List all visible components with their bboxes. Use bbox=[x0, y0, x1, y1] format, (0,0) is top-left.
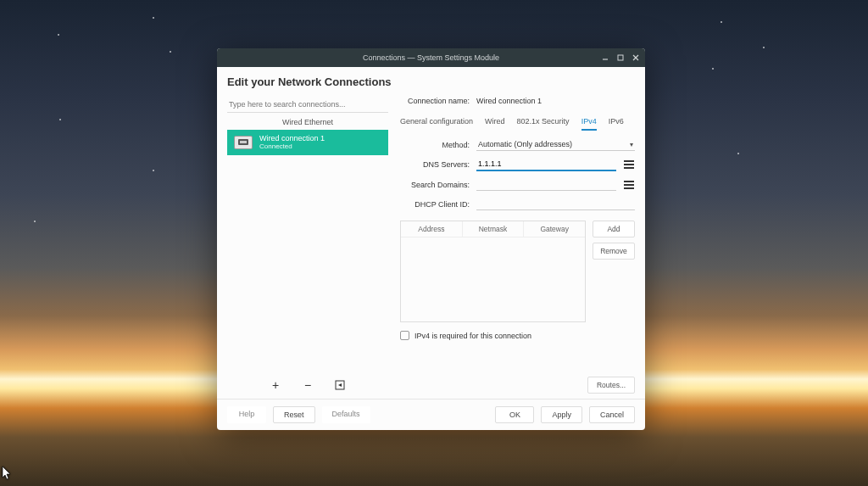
export-connection-button[interactable] bbox=[333, 378, 347, 392]
method-label: Method: bbox=[400, 141, 476, 149]
ok-button[interactable]: OK bbox=[495, 406, 534, 423]
minimize-icon[interactable] bbox=[601, 53, 609, 62]
dns-label: DNS Servers: bbox=[400, 160, 476, 169]
window-title: Connections — System Settings Module bbox=[363, 53, 499, 62]
chevron-down-icon: ▾ bbox=[630, 141, 633, 148]
dhcp-client-id-input[interactable] bbox=[476, 198, 635, 210]
connection-name-label: Connection name: bbox=[400, 97, 476, 105]
search-edit-list-icon[interactable] bbox=[623, 179, 635, 191]
routes-button[interactable]: Routes... bbox=[587, 377, 635, 394]
connection-item[interactable]: Wired connection 1 Connected bbox=[227, 130, 388, 155]
dhcp-client-id-label: DHCP Client ID: bbox=[400, 200, 476, 209]
dns-edit-list-icon[interactable] bbox=[623, 159, 635, 170]
category-header: Wired Ethernet bbox=[227, 113, 388, 130]
method-value: Automatic (Only addresses) bbox=[478, 140, 572, 148]
apply-button[interactable]: Apply bbox=[541, 406, 582, 423]
help-button[interactable]: Help bbox=[227, 406, 266, 423]
tab-bar: General configuration Wired 802.1x Secur… bbox=[400, 114, 635, 131]
connection-name-value[interactable]: Wired connection 1 bbox=[476, 97, 542, 105]
tab-ipv6[interactable]: IPv6 bbox=[609, 114, 624, 131]
search-domains-label: Search Domains: bbox=[400, 181, 476, 189]
remove-connection-button[interactable]: − bbox=[301, 378, 314, 392]
col-netmask: Netmask bbox=[463, 221, 525, 237]
svg-rect-5 bbox=[240, 141, 247, 143]
titlebar[interactable]: Connections — System Settings Module bbox=[217, 48, 645, 67]
col-gateway: Gateway bbox=[524, 221, 585, 237]
ipv4-required-checkbox[interactable] bbox=[400, 331, 409, 340]
dns-servers-input[interactable] bbox=[476, 158, 616, 171]
ipv4-required-label: IPv4 is required for this connection bbox=[415, 332, 531, 340]
connection-sidebar: Wired Ethernet Wired connection 1 Connec… bbox=[227, 97, 388, 394]
col-address: Address bbox=[401, 221, 463, 237]
reset-button[interactable]: Reset bbox=[273, 406, 315, 423]
cancel-button[interactable]: Cancel bbox=[589, 406, 635, 423]
add-address-button[interactable]: Add bbox=[593, 221, 635, 237]
svg-rect-1 bbox=[618, 55, 623, 60]
settings-window: Connections — System Settings Module Edi… bbox=[217, 48, 645, 430]
maximize-icon[interactable] bbox=[616, 53, 625, 62]
remove-address-button[interactable]: Remove bbox=[593, 243, 635, 260]
add-connection-button[interactable]: + bbox=[269, 378, 282, 392]
ethernet-icon bbox=[234, 136, 253, 149]
method-select[interactable]: Automatic (Only addresses) ▾ bbox=[476, 138, 635, 151]
close-icon[interactable] bbox=[632, 53, 640, 62]
dialog-footer: Help Reset Defaults OK Apply Cancel bbox=[217, 399, 645, 430]
tab-8021x[interactable]: 802.1x Security bbox=[517, 114, 570, 131]
tab-ipv4[interactable]: IPv4 bbox=[581, 114, 597, 131]
connection-editor: Connection name: Wired connection 1 Gene… bbox=[400, 97, 635, 394]
connection-status: Connected bbox=[259, 143, 325, 151]
page-title: Edit your Network Connections bbox=[227, 75, 635, 88]
defaults-button[interactable]: Defaults bbox=[322, 406, 370, 423]
tab-wired[interactable]: Wired bbox=[485, 114, 505, 131]
tab-general[interactable]: General configuration bbox=[400, 114, 473, 131]
search-input[interactable] bbox=[227, 97, 388, 113]
address-table[interactable]: Address Netmask Gateway bbox=[400, 221, 586, 322]
search-domains-input[interactable] bbox=[476, 178, 616, 191]
cursor-icon bbox=[2, 466, 14, 484]
